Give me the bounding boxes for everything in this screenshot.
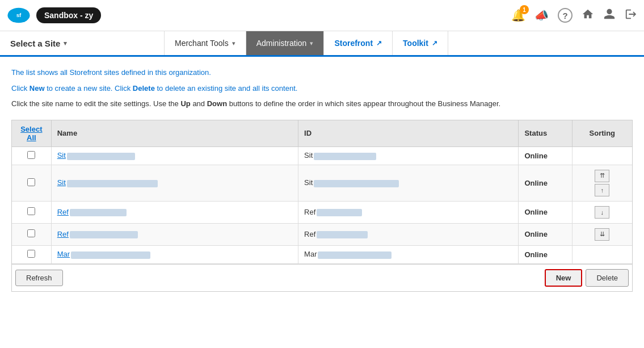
row5-sorting	[572, 245, 632, 263]
th-select-all: Select All	[12, 120, 51, 147]
sites-table: Select All Name ID Status Sorting Sit	[12, 120, 632, 264]
toolkit-external-icon: ↗	[432, 39, 437, 47]
sort-btns-row2: ⇈ ↑	[578, 169, 626, 197]
row1-checkbox[interactable]	[27, 151, 35, 159]
row5-name-cell: Mar	[51, 245, 298, 263]
row2-checkbox-cell	[12, 165, 51, 201]
select-all-link[interactable]: Select All	[20, 125, 42, 142]
table-row: Mar Mar Online	[12, 245, 632, 263]
row3-checkbox-cell	[12, 201, 51, 223]
footer-left: Refresh	[15, 270, 63, 286]
table-body: Sit Sit Online Sit	[12, 146, 632, 263]
user-icon[interactable]	[603, 8, 616, 23]
th-id: ID	[298, 120, 519, 147]
table-row: Sit Sit Online	[12, 146, 632, 165]
administration-chevron: ▾	[310, 40, 313, 47]
help-icon[interactable]: ?	[558, 8, 573, 23]
row2-id-cell: Sit	[298, 165, 519, 201]
storefront-label: Storefront	[334, 39, 373, 48]
row1-id-cell: Sit	[298, 146, 519, 165]
info-line1: The list shows all Storefront sites defi…	[11, 67, 633, 78]
table-header: Select All Name ID Status Sorting	[12, 120, 632, 147]
info-line2: Click New to create a new site. Click De…	[11, 83, 633, 94]
new-button[interactable]: New	[545, 269, 583, 287]
th-status: Status	[519, 120, 572, 147]
row1-sorting	[572, 146, 632, 165]
footer-right: New Delete	[545, 269, 629, 287]
row4-sorting: ⇊	[572, 223, 632, 245]
row1-status: Online	[519, 146, 572, 165]
row2-status: Online	[519, 165, 572, 201]
row2-sorting: ⇈ ↑	[572, 165, 632, 201]
megaphone-icon[interactable]: 📣	[534, 9, 549, 22]
select-site-chevron: ▾	[64, 40, 67, 47]
merchant-tools-label: Merchant Tools	[175, 39, 229, 48]
row1-name-cell: Sit	[51, 146, 298, 165]
row5-status: Online	[519, 245, 572, 263]
select-site-label: Select a Site	[10, 39, 60, 48]
sort-down-btn[interactable]: ↓	[595, 206, 609, 219]
row1-checkbox-cell	[12, 146, 51, 165]
row4-status: Online	[519, 223, 572, 245]
sort-bottom-btn[interactable]: ⇊	[595, 228, 609, 241]
row2-name-cell: Sit	[51, 165, 298, 201]
row3-status: Online	[519, 201, 572, 223]
toolkit-label: Toolkit	[403, 39, 428, 48]
delete-button[interactable]: Delete	[586, 269, 629, 287]
notifications-icon[interactable]: 🔔 1	[511, 9, 525, 22]
row5-site-link[interactable]: Mar	[57, 250, 150, 258]
header: sf Sandbox - zy 🔔 1 📣 ?	[0, 0, 644, 31]
row3-site-link[interactable]: Ref	[57, 208, 127, 216]
row3-sorting: ↓	[572, 201, 632, 223]
home-icon[interactable]	[582, 8, 594, 23]
sandbox-badge: Sandbox - zy	[36, 7, 101, 23]
row4-site-link[interactable]: Ref	[57, 230, 138, 238]
main-content: The list shows all Storefront sites defi…	[0, 57, 644, 292]
row4-checkbox-cell	[12, 223, 51, 245]
row3-id-cell: Ref	[298, 201, 519, 223]
storefront-external-icon: ↗	[376, 39, 382, 47]
row3-checkbox[interactable]	[27, 207, 35, 215]
row4-checkbox[interactable]	[27, 229, 35, 237]
table-row: Sit Sit Online ⇈ ↑	[12, 165, 632, 201]
header-icons: 🔔 1 📣 ?	[511, 8, 637, 23]
administration-label: Administration	[256, 39, 307, 48]
sort-btns-row3: ↓	[578, 206, 626, 219]
row2-site-link[interactable]: Sit	[57, 178, 158, 187]
info-line3: Click the site name to edit the site set…	[11, 98, 633, 110]
sort-up-btn[interactable]: ↑	[595, 184, 609, 196]
svg-text:sf: sf	[16, 12, 22, 19]
footer-bar: Refresh New Delete	[12, 264, 632, 291]
row5-checkbox[interactable]	[27, 250, 35, 258]
refresh-button[interactable]: Refresh	[15, 270, 63, 286]
row2-checkbox[interactable]	[27, 178, 35, 186]
notification-count: 1	[520, 5, 529, 14]
sort-btns-row4: ⇊	[578, 228, 626, 241]
toolkit-nav[interactable]: Toolkit ↗	[393, 31, 448, 55]
sort-top-btn[interactable]: ⇈	[595, 170, 609, 182]
merchant-tools-chevron: ▾	[232, 40, 235, 47]
administration-nav[interactable]: Administration ▾	[246, 31, 325, 55]
new-text-ref: New	[30, 84, 45, 93]
row5-checkbox-cell	[12, 245, 51, 263]
table-row: Ref Ref Online ↓	[12, 201, 632, 223]
row1-site-link[interactable]: Sit	[57, 151, 135, 160]
row3-name-cell: Ref	[51, 201, 298, 223]
th-sorting: Sorting	[572, 120, 632, 147]
delete-text-ref: Delete	[133, 84, 155, 93]
navbar: Select a Site ▾ Merchant Tools ▾ Adminis…	[0, 31, 644, 57]
th-name: Name	[51, 120, 298, 147]
salesforce-logo: sf	[7, 3, 31, 27]
merchant-tools-nav[interactable]: Merchant Tools ▾	[165, 31, 246, 55]
row4-name-cell: Ref	[51, 223, 298, 245]
storefront-nav[interactable]: Storefront ↗	[324, 31, 393, 55]
sites-table-container: Select All Name ID Status Sorting Sit	[11, 120, 633, 292]
select-site-nav[interactable]: Select a Site ▾	[0, 31, 165, 55]
row4-id-cell: Ref	[298, 223, 519, 245]
table-row: Ref Ref Online ⇊	[12, 223, 632, 245]
row5-id-cell: Mar	[298, 245, 519, 263]
logout-icon[interactable]	[625, 8, 637, 23]
